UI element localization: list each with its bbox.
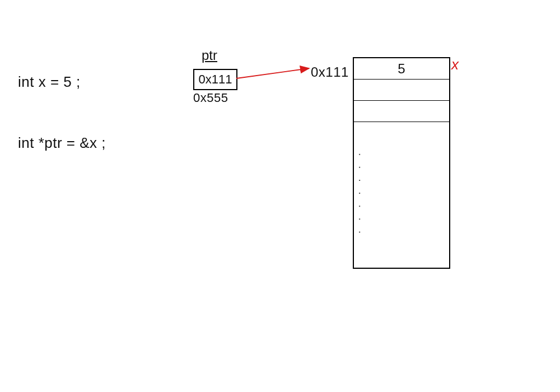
memory-cell-2	[354, 101, 449, 122]
code-line-1: int x = 5 ;	[18, 72, 106, 92]
memory-cell-0: 5	[354, 58, 449, 80]
memory-ellipsis: · · · · · · ·	[354, 122, 367, 268]
pointer-box: 0x111	[193, 69, 237, 90]
svg-line-0	[236, 68, 309, 78]
pointer-label: ptr	[202, 48, 217, 63]
variable-x-label: x	[451, 56, 459, 73]
diagram-canvas: int x = 5 ; int *ptr = &x ; ptr 0x111 0x…	[0, 0, 560, 392]
code-block: int x = 5 ; int *ptr = &x ;	[18, 31, 106, 194]
memory-cell-1	[354, 80, 449, 101]
memory-address-label: 0x111	[311, 63, 349, 82]
pointer-value: 0x111	[199, 72, 232, 87]
memory-block: 5 · · · · · · ·	[353, 57, 450, 269]
pointer-own-address: 0x555	[193, 90, 228, 107]
code-line-2: int *ptr = &x ;	[18, 133, 106, 153]
